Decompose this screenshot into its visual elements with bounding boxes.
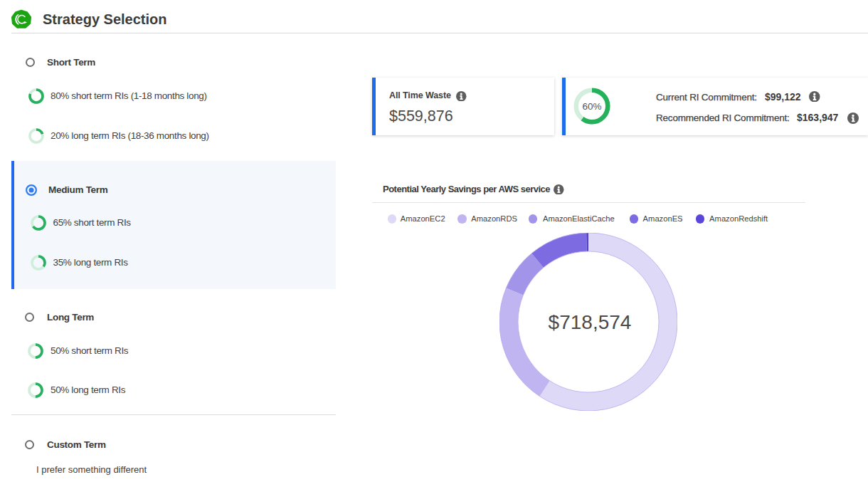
svg-text:60%: 60% [582,101,601,112]
svg-text:$718,574: $718,574 [549,311,632,333]
